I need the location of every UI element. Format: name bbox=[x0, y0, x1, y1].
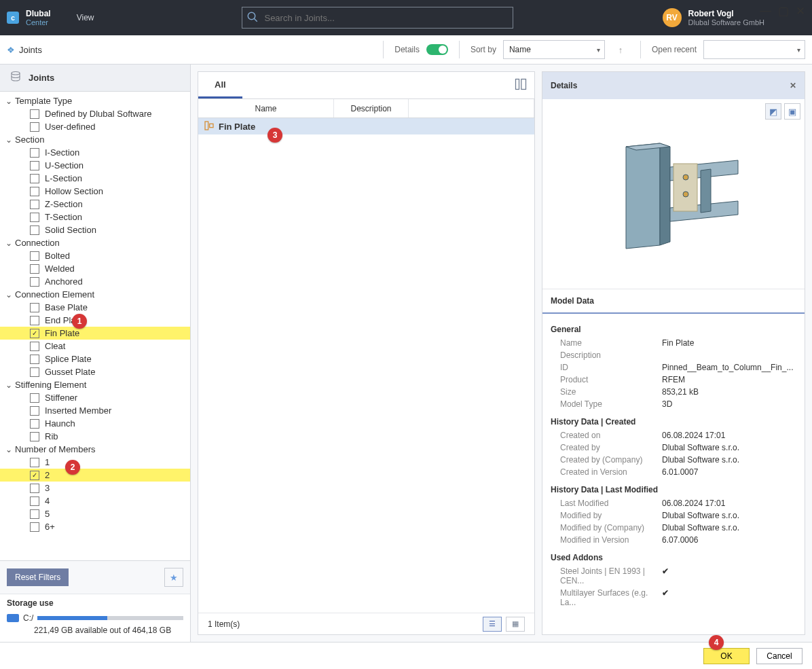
user-company: Dlubal Software GmbH bbox=[688, 18, 765, 26]
toolbar: ❖ Joints Details Sort by Name ↑ Open rec… bbox=[0, 35, 812, 65]
filter-inserted-member[interactable]: Inserted Member bbox=[0, 404, 190, 417]
filter-end-plate[interactable]: End Plate 1 bbox=[0, 314, 190, 327]
sortby-label: Sort by bbox=[470, 45, 496, 54]
database-icon bbox=[10, 71, 22, 85]
columns-icon[interactable] bbox=[514, 77, 528, 93]
column-name[interactable]: Name bbox=[198, 99, 334, 117]
grid-view-button[interactable]: ▦ bbox=[506, 617, 525, 632]
filter-gusset-plate[interactable]: Gusset Plate bbox=[0, 365, 190, 378]
filter-u-section[interactable]: U-Section bbox=[0, 159, 190, 172]
details-panel: Details ✕ ◩ ▣ bbox=[542, 71, 805, 635]
filter-members-3[interactable]: 3 bbox=[0, 482, 190, 494]
search-box[interactable] bbox=[242, 7, 513, 29]
group-section[interactable]: Section bbox=[0, 133, 190, 146]
column-description[interactable]: Description bbox=[334, 99, 409, 117]
filter-members-1[interactable]: 1 2 bbox=[0, 456, 190, 469]
filter-l-section[interactable]: L-Section bbox=[0, 172, 190, 185]
filter-i-section[interactable]: I-Section bbox=[0, 146, 190, 159]
joints-icon: ❖ bbox=[7, 45, 15, 55]
details-toggle[interactable] bbox=[426, 44, 448, 55]
footer: 4 OK Cancel bbox=[0, 642, 812, 669]
details-title: Details bbox=[551, 81, 577, 90]
avatar: RV bbox=[663, 8, 682, 27]
annotation-badge-3: 3 bbox=[267, 128, 282, 143]
search-input[interactable] bbox=[263, 12, 513, 24]
preview-pane: ◩ ▣ bbox=[542, 99, 805, 289]
filter-z-section[interactable]: Z-Section bbox=[0, 198, 190, 211]
filter-base-plate[interactable]: Base Plate bbox=[0, 301, 190, 314]
tabs: All bbox=[198, 72, 534, 99]
svg-rect-5 bbox=[205, 122, 208, 130]
svg-rect-3 bbox=[516, 79, 519, 90]
main-panel: All Name Description bbox=[191, 65, 812, 642]
svg-point-0 bbox=[248, 12, 256, 20]
svg-rect-4 bbox=[521, 79, 526, 90]
toolbar-title: Joints bbox=[19, 45, 42, 55]
window-controls[interactable]: —▢✕ bbox=[760, 4, 805, 18]
filter-members-2[interactable]: 2 bbox=[0, 469, 190, 482]
reset-filters-button[interactable]: Reset Filters bbox=[7, 568, 69, 586]
joint-icon bbox=[204, 120, 215, 133]
filter-splice-plate[interactable]: Splice Plate bbox=[0, 352, 190, 365]
filter-solid-section[interactable]: Solid Section bbox=[0, 223, 190, 236]
status-bar: 1 Item(s) ☰ ▦ bbox=[198, 613, 534, 634]
favorite-button[interactable]: ★ bbox=[164, 568, 183, 587]
svg-point-15 bbox=[683, 192, 688, 197]
user-name: Robert Vogl bbox=[688, 9, 765, 18]
group-stiffening-element[interactable]: Stiffening Element bbox=[0, 378, 190, 391]
group-template-type[interactable]: Template Type bbox=[0, 94, 190, 107]
filter-hollow-section[interactable]: Hollow Section bbox=[0, 185, 190, 198]
filter-members-6plus[interactable]: 6+ bbox=[0, 520, 190, 533]
filter-cleat[interactable]: Cleat bbox=[0, 340, 190, 352]
filter-stiffener[interactable]: Stiffener bbox=[0, 391, 190, 404]
svg-marker-12 bbox=[701, 169, 711, 213]
preview-image-button[interactable]: ▣ bbox=[784, 103, 800, 120]
user-chip[interactable]: RV Robert Vogl Dlubal Software GmbH bbox=[663, 8, 765, 27]
ok-button[interactable]: OK bbox=[703, 648, 750, 664]
svg-rect-6 bbox=[210, 124, 213, 127]
filter-user-defined[interactable]: User-defined bbox=[0, 120, 190, 133]
app-logo-icon: c bbox=[7, 12, 19, 24]
svg-line-1 bbox=[255, 18, 258, 22]
filter-members-5[interactable]: 5 bbox=[0, 507, 190, 520]
annotation-badge-4: 4 bbox=[709, 635, 724, 650]
preview-model-icon bbox=[585, 126, 762, 262]
filter-welded[interactable]: Welded bbox=[0, 262, 190, 275]
svg-point-14 bbox=[683, 175, 688, 180]
tab-all[interactable]: All bbox=[198, 72, 242, 98]
close-icon[interactable]: ✕ bbox=[790, 81, 796, 90]
svg-marker-7 bbox=[626, 143, 660, 249]
menu-view[interactable]: View bbox=[71, 10, 100, 25]
title-bar: c Dlubal Center View RV Robert Vogl Dlub… bbox=[0, 0, 812, 35]
model-data-header: Model Data bbox=[542, 289, 805, 314]
details-label: Details bbox=[394, 45, 420, 54]
group-connection-element[interactable]: Connection Element bbox=[0, 288, 190, 301]
svg-point-2 bbox=[12, 72, 20, 75]
filter-fin-plate[interactable]: Fin Plate bbox=[0, 327, 190, 340]
filter-defined-by-dlubal[interactable]: Defined by Dlubal Software bbox=[0, 107, 190, 120]
sortby-select[interactable]: Name bbox=[503, 40, 605, 59]
table-row[interactable]: Fin Plate bbox=[198, 118, 534, 134]
filter-rib[interactable]: Rib bbox=[0, 430, 190, 443]
filter-members-4[interactable]: 4 bbox=[0, 494, 190, 507]
open-recent-select[interactable] bbox=[703, 40, 805, 59]
group-number-of-members[interactable]: Number of Members bbox=[0, 443, 190, 456]
open-recent-label: Open recent bbox=[652, 45, 697, 54]
filter-haunch[interactable]: Haunch bbox=[0, 417, 190, 430]
filter-t-section[interactable]: T-Section bbox=[0, 211, 190, 223]
group-connection[interactable]: Connection bbox=[0, 236, 190, 249]
filter-anchored[interactable]: Anchored bbox=[0, 275, 190, 288]
table-body: Fin Plate 3 bbox=[198, 118, 534, 613]
sort-direction-button[interactable]: ↑ bbox=[612, 41, 629, 58]
filter-bolted[interactable]: Bolted bbox=[0, 249, 190, 262]
svg-rect-13 bbox=[673, 164, 697, 211]
brand: Dlubal Center bbox=[26, 9, 51, 26]
annotation-badge-1: 1 bbox=[72, 314, 87, 329]
list-view-button[interactable]: ☰ bbox=[483, 617, 502, 632]
preview-3d-button[interactable]: ◩ bbox=[765, 103, 781, 120]
drive-icon bbox=[7, 614, 19, 622]
cancel-button[interactable]: Cancel bbox=[756, 648, 802, 664]
check-icon: ✔ bbox=[662, 588, 796, 607]
search-icon bbox=[246, 11, 259, 25]
storage-panel: Storage use C:/ 221,49 GB available out … bbox=[0, 594, 190, 642]
